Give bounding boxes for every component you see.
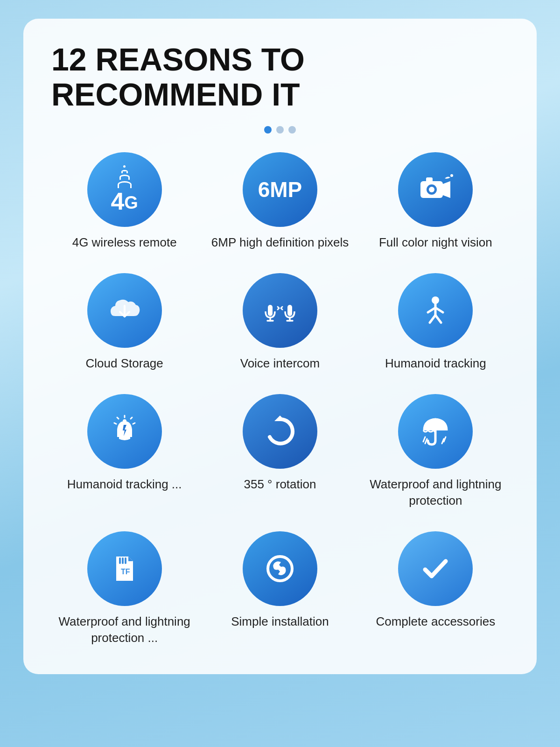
svg-point-5 [450,174,453,177]
night-vision-icon [417,171,454,208]
svg-point-2 [429,187,434,192]
cloud-icon [106,292,143,329]
humanoid-icon [417,292,454,329]
icon-6mp: 6MP [258,179,302,200]
feature-voice: Voice intercom [207,273,353,372]
feature-accessories: Complete accessories [363,531,509,646]
svg-rect-34 [125,557,126,564]
circle-humanoid [398,273,473,348]
label-rotation: 355 ° rotation [244,476,316,493]
label-voice: Voice intercom [240,355,320,372]
dot-1[interactable] [264,126,272,134]
feature-install: Simple installation [207,531,353,646]
circle-night-vision [398,152,473,227]
svg-rect-3 [426,177,433,182]
svg-line-23 [117,417,119,419]
label-6mp: 6MP high definition pixels [211,234,349,251]
rotation-icon [261,413,299,450]
svg-point-19 [123,419,126,423]
label-humanoid: Humanoid tracking [385,355,486,372]
feature-rotation: 355 ° rotation [207,394,353,509]
svg-rect-7 [268,305,273,316]
svg-line-30 [442,439,444,444]
feature-4g: 4G 4G wireless remote [51,152,197,251]
circle-cloud [87,273,162,348]
feature-cloud: Cloud Storage [51,273,197,372]
install-icon [261,550,299,587]
feature-waterproof: Waterproof and lightning protection [363,394,509,509]
feature-tf-card: TF Waterproof and lightning protection .… [51,531,197,646]
circle-tf-card: TF [87,531,162,606]
svg-line-22 [131,417,132,419]
accessories-icon [417,550,454,587]
tf-card-icon: TF [106,550,143,587]
svg-text:TF: TF [121,568,130,576]
pagination-dots [51,126,509,134]
svg-line-25 [114,423,116,424]
dot-2[interactable] [276,126,284,134]
circle-voice [243,273,317,348]
svg-line-24 [133,423,135,424]
label-alert: Humanoid tracking ... [67,476,182,493]
svg-marker-4 [443,181,450,198]
svg-rect-10 [287,305,292,316]
features-grid: 4G 4G wireless remote 6MP 6MP high defin… [51,152,509,647]
circle-accessories [398,531,473,606]
feature-humanoid: Humanoid tracking [363,273,509,372]
circle-rotation [243,394,317,469]
circle-install [243,531,317,606]
feature-alert: Humanoid tracking ... [51,394,197,509]
svg-line-17 [430,315,435,323]
feature-6mp: 6MP 6MP high definition pixels [207,152,353,251]
alert-icon [106,413,143,450]
label-tf-card: Waterproof and lightning protection ... [51,613,197,646]
svg-rect-33 [122,557,124,564]
voice-icon [261,292,299,329]
main-card: 12 REASONS TO RECOMMEND IT 4G 4G wireles… [23,19,537,674]
page-title: 12 REASONS TO RECOMMEND IT [51,42,509,112]
svg-line-27 [423,437,425,442]
dot-3[interactable] [288,126,296,134]
label-accessories: Complete accessories [376,613,495,630]
svg-line-18 [435,315,441,323]
label-install: Simple installation [231,613,329,630]
label-cloud: Cloud Storage [86,355,163,372]
circle-6mp: 6MP [243,152,317,227]
circle-4g: 4G [87,152,162,227]
circle-waterproof [398,394,473,469]
feature-night-vision: Full color night vision [363,152,509,251]
label-night-vision: Full color night vision [379,234,492,251]
svg-line-28 [425,439,427,444]
waterproof-icon [417,413,454,450]
circle-alert [87,394,162,469]
svg-rect-32 [119,557,121,564]
label-waterproof: Waterproof and lightning protection [363,476,509,509]
label-4g: 4G wireless remote [72,234,177,251]
svg-marker-31 [128,557,133,561]
